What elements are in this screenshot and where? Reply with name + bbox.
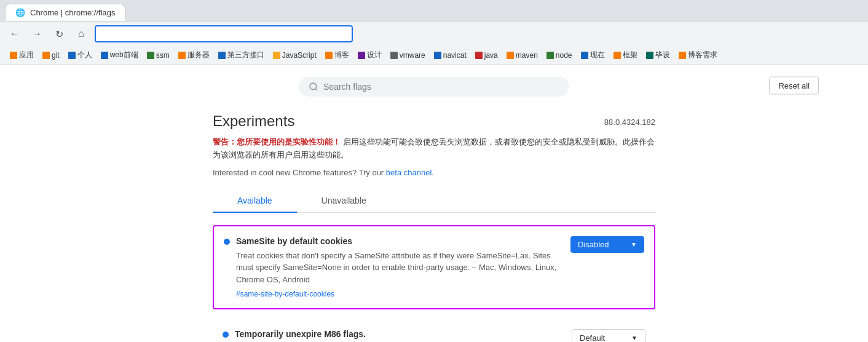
bookmark-icon — [679, 52, 686, 59]
address-bar-row: ← → ↻ ⌂ Chrome | chrome://flags — [0, 21, 868, 46]
bookmark-label: node — [556, 51, 572, 60]
bookmark-item[interactable]: 第三方接口 — [215, 49, 268, 62]
flag-dot-2 — [223, 332, 229, 338]
search-area: Reset all — [0, 65, 868, 106]
bookmark-icon — [507, 52, 514, 59]
flag-dot — [224, 239, 230, 245]
svg-point-0 — [310, 83, 317, 90]
interested-suffix: . — [432, 168, 434, 177]
bookmark-icon — [390, 52, 398, 59]
interested-text: Interested in cool new Chrome features? … — [213, 168, 655, 177]
bookmark-icon — [101, 52, 108, 59]
search-icon — [309, 82, 318, 92]
bookmark-item[interactable]: 框架 — [610, 49, 641, 62]
search-input[interactable] — [323, 82, 559, 92]
bookmark-icon — [546, 52, 554, 59]
tab-favicon: 🌐 — [15, 8, 25, 17]
browser-chrome: 🌐 Chrome | chrome://flags ← → ↻ ⌂ Chrome… — [0, 0, 868, 65]
bookmarks-bar: 应用git个人web前端ssm服务器第三方接口JavaScript博客设计vmw… — [0, 46, 868, 65]
flag-control: Disabled ▼ — [570, 236, 644, 253]
bookmark-label: git — [52, 51, 60, 60]
flag-select-disabled-button[interactable]: Disabled ▼ — [570, 236, 644, 253]
address-input[interactable]: Chrome | chrome://flags — [95, 25, 353, 42]
chevron-down-icon-2: ▼ — [631, 335, 637, 341]
bookmark-item[interactable]: JavaScript — [269, 50, 320, 61]
warning-text: 警告：您所要使用的是实验性功能！ 启用这些功能可能会致使您丢失浏览数据，或者致使… — [213, 136, 655, 162]
bookmark-icon — [325, 52, 333, 59]
page-content: Reset all Experiments 88.0.4324.182 警告：您… — [0, 65, 868, 342]
bookmark-item[interactable]: 应用 — [6, 49, 37, 62]
bookmark-icon — [434, 52, 441, 59]
bookmark-label: JavaScript — [282, 51, 317, 60]
bookmark-label: web前端 — [110, 50, 138, 60]
bookmark-item[interactable]: 毕设 — [642, 49, 674, 62]
flag-info: SameSite by default cookies Treat cookie… — [236, 236, 561, 299]
bookmark-icon — [581, 52, 588, 59]
reset-all-button[interactable]: Reset all — [769, 77, 819, 95]
bookmark-label: java — [484, 51, 498, 60]
bookmark-item[interactable]: 个人 — [65, 49, 96, 62]
bookmark-label: vmware — [400, 51, 425, 60]
flag-name-2: Temporarily unexpire M86 flags. — [235, 329, 562, 339]
flag-left: SameSite by default cookies Treat cookie… — [224, 236, 561, 299]
tab-available[interactable]: Available — [213, 189, 297, 213]
reload-icon: ↻ — [55, 28, 63, 40]
flag-left-2: Temporarily unexpire M86 flags. Temporar… — [223, 329, 562, 342]
home-icon: ⌂ — [78, 28, 84, 39]
tabs-bar: Available Unavailable — [213, 189, 655, 213]
bookmark-item[interactable]: navicat — [430, 50, 470, 61]
bookmark-item[interactable]: 设计 — [354, 49, 385, 62]
bookmark-icon — [10, 52, 17, 59]
bookmark-item[interactable]: node — [543, 50, 576, 61]
flag-item-samesite: SameSite by default cookies Treat cookie… — [213, 225, 655, 310]
flag-name: SameSite by default cookies — [236, 236, 561, 246]
bookmark-icon — [273, 52, 280, 59]
flag-info-2: Temporarily unexpire M86 flags. Temporar… — [235, 329, 562, 342]
bookmark-item[interactable]: 现在 — [577, 49, 609, 62]
bookmark-icon — [646, 52, 653, 59]
bookmark-icon — [218, 52, 226, 59]
home-button[interactable]: ⌂ — [73, 25, 90, 42]
bookmark-item[interactable]: ssm — [143, 50, 173, 61]
forward-button[interactable]: → — [28, 25, 45, 42]
bookmark-label: ssm — [156, 51, 170, 60]
bookmark-icon — [68, 52, 76, 59]
flag-description: Treat cookies that don't specify a SameS… — [236, 250, 561, 286]
bookmark-label: 博客需求 — [688, 50, 717, 60]
bookmark-icon — [475, 52, 483, 59]
search-box — [299, 77, 569, 97]
bookmark-label: navicat — [443, 51, 467, 60]
bookmark-label: 第三方接口 — [227, 50, 264, 60]
reload-button[interactable]: ↻ — [50, 25, 68, 42]
warning-bold: 警告：您所要使用的是实验性功能！ — [213, 137, 341, 146]
beta-channel-link[interactable]: beta channel — [386, 168, 432, 177]
interested-prefix: Interested in cool new Chrome features? … — [213, 168, 386, 177]
flag-select-label: Disabled — [578, 240, 609, 249]
chevron-down-icon: ▼ — [631, 241, 637, 248]
bookmark-icon — [614, 52, 621, 59]
bookmark-item[interactable]: 服务器 — [175, 49, 213, 62]
bookmark-item[interactable]: maven — [503, 50, 542, 61]
bookmark-item[interactable]: 博客需求 — [675, 49, 721, 62]
active-tab[interactable]: 🌐 Chrome | chrome://flags — [5, 4, 125, 21]
bookmark-label: 个人 — [77, 50, 92, 60]
bookmark-item[interactable]: vmware — [387, 50, 429, 61]
bookmark-item[interactable]: 博客 — [322, 49, 353, 62]
flag-select-default-button[interactable]: Default ▼ — [572, 329, 645, 342]
flag-link[interactable]: #same-site-by-default-cookies — [236, 290, 334, 298]
flag-control-2: Default ▼ — [572, 329, 645, 342]
back-icon: ← — [10, 28, 20, 39]
bookmark-label: 服务器 — [187, 50, 210, 60]
bookmark-label: 框架 — [623, 50, 637, 60]
bookmark-icon — [178, 52, 186, 59]
forward-icon: → — [32, 28, 42, 39]
page-title: Experiments — [213, 113, 294, 130]
bookmark-icon — [42, 52, 50, 59]
bookmark-item[interactable]: web前端 — [97, 49, 142, 62]
back-button[interactable]: ← — [6, 25, 23, 42]
bookmark-item[interactable]: git — [39, 50, 63, 61]
bookmark-item[interactable]: java — [471, 50, 502, 61]
experiments-header: Experiments 88.0.4324.182 — [213, 113, 655, 130]
tab-unavailable[interactable]: Unavailable — [297, 189, 391, 213]
svg-line-1 — [315, 89, 317, 90]
